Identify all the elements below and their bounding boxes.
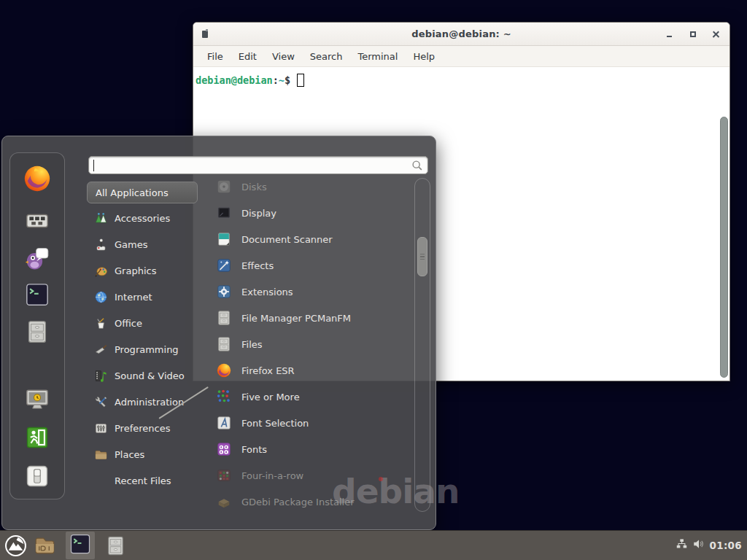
app-document-scanner[interactable]: Document Scanner (210, 226, 411, 252)
category-graphics[interactable]: Graphics (87, 257, 198, 284)
app-five-or-more[interactable]: Five or More (210, 384, 411, 410)
taskbar: 01:06 (0, 530, 747, 560)
category-office[interactable]: Office (87, 310, 198, 336)
search-text-caret (93, 160, 94, 171)
app-label: Firefox ESR (241, 365, 295, 376)
app-four-in-a-row[interactable]: Four-in-a-row (210, 462, 411, 489)
app-files[interactable]: Files (210, 331, 411, 357)
category-label: Sound & Video (115, 370, 185, 381)
category-recent-files[interactable]: Recent Files (87, 467, 198, 494)
network-icon[interactable] (676, 538, 688, 553)
maximize-icon[interactable] (686, 28, 699, 41)
administration-icon (94, 395, 108, 409)
category-internet[interactable]: Internet (87, 284, 198, 310)
menu-help[interactable]: Help (413, 51, 435, 62)
category-places[interactable]: Places (87, 441, 198, 467)
menu-file[interactable]: File (207, 51, 223, 62)
four-in-a-row-icon (216, 467, 232, 483)
close-icon[interactable] (710, 28, 722, 41)
file-cabinet-icon[interactable] (25, 319, 50, 347)
app-firefox-esr[interactable]: Firefox ESR (210, 357, 411, 384)
category-sound-video[interactable]: Sound & Video (87, 362, 198, 389)
category-label: Office (115, 318, 142, 329)
app-label: File Manager PCManFM (241, 313, 351, 324)
font-selection-icon (216, 415, 232, 431)
fonts-icon (216, 441, 232, 457)
category-all-applications[interactable]: All Applications (87, 182, 198, 203)
prompt-path: ~ (279, 74, 285, 86)
terminal-scrollbar-thumb[interactable] (720, 117, 728, 378)
terminal-icon (69, 533, 91, 558)
office-icon (94, 316, 108, 330)
blank-icon-spacer (94, 474, 108, 488)
firefox-icon[interactable] (23, 164, 52, 196)
category-label: Programming (115, 344, 179, 355)
category-games[interactable]: Games (87, 231, 198, 257)
pidgin-icon[interactable] (25, 246, 50, 273)
shell-prompt: debian@debian:~$ (196, 74, 719, 87)
app-label: Four-in-a-row (241, 470, 303, 481)
preferences-icon (94, 421, 108, 435)
prompt-symbol: $ (285, 74, 290, 86)
menu-search[interactable]: Search (310, 51, 343, 62)
terminal-cursor (297, 74, 304, 87)
app-gdebi-package-installer[interactable]: GDebi Package Installer (210, 489, 411, 515)
menu-button-icon[interactable] (4, 534, 27, 557)
app-extensions[interactable]: Extensions (210, 279, 411, 305)
application-menu: All Applications Accessories Games (1, 136, 436, 530)
programming-icon (94, 343, 108, 357)
category-preferences[interactable]: Preferences (87, 415, 198, 441)
clock[interactable]: 01:06 (710, 540, 742, 551)
display-icon (216, 205, 232, 221)
application-list: Disks Display Document Scanner (210, 174, 411, 515)
category-label: All Applications (96, 187, 169, 198)
app-disks[interactable]: Disks (210, 174, 411, 200)
volume-icon[interactable] (692, 537, 705, 553)
accessories-icon (94, 211, 108, 225)
prompt-separator: : (273, 74, 279, 86)
app-fonts[interactable]: Fonts (210, 436, 411, 462)
terminal-title: debian@debian: ~ (193, 28, 729, 39)
app-font-selection[interactable]: Font Selection (210, 410, 411, 436)
app-label: Display (241, 208, 276, 219)
search-box (88, 156, 428, 174)
internet-icon (94, 290, 108, 304)
menu-edit[interactable]: Edit (239, 51, 257, 62)
app-file-manager-pcmanfm[interactable]: File Manager PCManFM (210, 305, 411, 331)
folder-icon[interactable] (34, 534, 56, 557)
sound-video-icon (94, 369, 108, 383)
logout-icon[interactable] (25, 425, 50, 453)
desktop: debian@debian: ~ File Edit View Search T… (0, 0, 747, 560)
app-label: Five or More (241, 392, 300, 402)
file-cabinet-icon[interactable] (105, 535, 126, 556)
app-list-scrollbar[interactable] (414, 178, 430, 512)
search-icon (411, 159, 424, 175)
file-cabinet-icon (216, 336, 232, 352)
category-label: Graphics (115, 265, 156, 276)
document-scanner-icon (216, 231, 232, 247)
search-input[interactable] (89, 157, 427, 174)
category-label: Administration (115, 397, 184, 408)
shutdown-icon[interactable] (25, 464, 50, 491)
app-label: GDebi Package Installer (241, 497, 355, 508)
app-label: Document Scanner (241, 234, 333, 245)
category-administration[interactable]: Administration (87, 389, 198, 415)
package-manager-icon[interactable] (25, 209, 50, 236)
terminal-titlebar[interactable]: debian@debian: ~ (193, 23, 729, 46)
terminal-icon[interactable] (25, 282, 50, 310)
screensaver-icon[interactable] (25, 387, 50, 415)
category-accessories[interactable]: Accessories (87, 205, 198, 231)
app-list-scrollbar-thumb[interactable] (417, 237, 427, 276)
system-tray: 01:06 (676, 537, 747, 553)
category-programming[interactable]: Programming (87, 336, 198, 362)
app-display[interactable]: Display (210, 200, 411, 226)
minimize-icon[interactable] (663, 28, 676, 41)
app-effects[interactable]: Effects (210, 252, 411, 279)
category-label: Preferences (115, 423, 170, 434)
app-label: Extensions (241, 287, 293, 298)
terminal-scrollbar[interactable] (720, 117, 728, 378)
five-or-more-icon (216, 389, 232, 405)
menu-terminal[interactable]: Terminal (357, 51, 398, 62)
menu-view[interactable]: View (272, 51, 295, 62)
terminal-taskbar-button[interactable] (66, 532, 95, 559)
